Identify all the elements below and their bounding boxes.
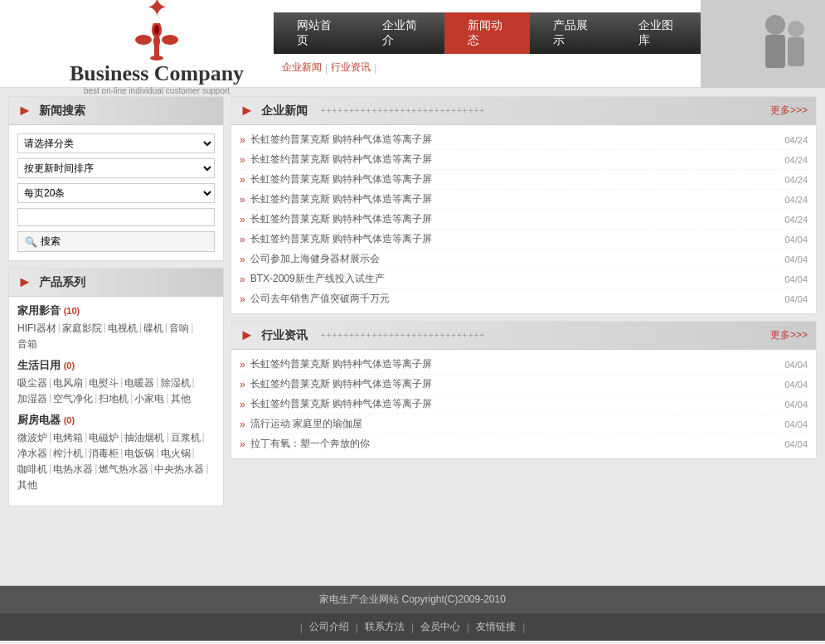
footer-link-members[interactable]: 会员中心: [420, 620, 460, 634]
logo-icon: ✦: [40, 0, 274, 65]
news-link[interactable]: BTX-2009新生产线投入试生产: [250, 272, 777, 286]
link-vacuum[interactable]: 吸尘器: [17, 376, 47, 390]
link-dehumidifier[interactable]: 除湿机: [161, 376, 191, 390]
link-coffee[interactable]: 咖啡机: [17, 462, 47, 477]
news-link[interactable]: 长虹签约普莱克斯 购特种气体造等离子屏: [250, 212, 777, 226]
news-link[interactable]: 长虹签约普莱克斯 购特种气体造等离子屏: [250, 192, 777, 206]
link-fan[interactable]: 电风扇: [53, 376, 83, 390]
news-date: 04/04: [784, 360, 808, 370]
svg-point-4: [153, 35, 160, 48]
company-news-title: 企业新闻: [261, 104, 308, 119]
link-oven[interactable]: 电烤箱: [53, 431, 83, 445]
link-home-theater[interactable]: 家庭影院: [62, 322, 102, 336]
category-select[interactable]: 请选择分类: [17, 133, 215, 153]
footer-top: 家电生产企业网站 Copyright(C)2009-2010: [0, 586, 825, 613]
link-speaker[interactable]: 音箱: [17, 337, 37, 351]
link-other-daily[interactable]: 其他: [171, 392, 191, 406]
link-iron[interactable]: 电熨斗: [89, 376, 119, 390]
link-small-appliance[interactable]: 小家电: [134, 392, 164, 406]
fleur-icon: ✦: [40, 0, 274, 23]
news-link[interactable]: 长虹签约普莱克斯 购特种气体造等离子屏: [250, 357, 777, 371]
link-disc[interactable]: 碟机: [143, 322, 163, 336]
product-content: 家用影音 (10) HIFI器材 | 家庭影院 | 电视机 | 碟机 | 音响 …: [9, 297, 223, 506]
news-date: 04/04: [784, 439, 808, 449]
link-sterilizer[interactable]: 消毒柜: [89, 447, 119, 461]
nav-home[interactable]: 网站首页: [274, 12, 359, 54]
link-tv[interactable]: 电视机: [108, 322, 138, 336]
breadcrumb-company-news[interactable]: 企业新闻: [282, 61, 322, 75]
company-news-more[interactable]: 更多>>>: [770, 104, 808, 118]
perpage-select[interactable]: 每页20条: [17, 183, 215, 203]
news-link[interactable]: 公司参加上海健身器材展示会: [250, 252, 777, 266]
news-link[interactable]: 长虹签约普莱克斯 购特种气体造等离子屏: [250, 153, 777, 167]
industry-news-list: » 长虹签约普莱克斯 购特种气体造等离子屏 04/04 » 长虹签约普莱克斯 购…: [231, 350, 816, 458]
table-row: » 长虹签约普莱克斯 购特种气体造等离子屏 04/04: [240, 375, 808, 395]
footer-link-friends[interactable]: 友情链接: [476, 620, 516, 634]
link-sweeper[interactable]: 扫地机: [99, 392, 129, 406]
link-water-heater-electric[interactable]: 电热水器: [53, 462, 93, 477]
link-soymilk[interactable]: 豆浆机: [171, 431, 201, 445]
link-humidifier[interactable]: 加湿器: [17, 392, 47, 406]
link-purifier[interactable]: 空气净化: [53, 392, 93, 406]
nav-gallery[interactable]: 企业图库: [615, 12, 701, 54]
header: ✦ Business Company best on-line individu…: [0, 0, 825, 88]
news-bullet: »: [240, 214, 245, 225]
link-water-purifier[interactable]: 净水器: [17, 447, 47, 461]
news-link[interactable]: 长虹签约普莱克斯 购特种气体造等离子屏: [250, 172, 777, 186]
industry-news-more[interactable]: 更多>>>: [770, 328, 808, 342]
news-link[interactable]: 流行运动 家庭里的瑜伽屋: [250, 417, 777, 431]
table-row: » 流行运动 家庭里的瑜伽屋 04/04: [240, 414, 808, 434]
table-row: » 长虹签约普莱克斯 购特种气体造等离子屏 04/04: [240, 355, 808, 375]
table-row: » 拉丁有氧：塑一个奔放的你 04/04: [240, 434, 808, 453]
news-date: 04/04: [784, 235, 808, 245]
news-link[interactable]: 长虹签约普莱克斯 购特种气体造等离子屏: [250, 232, 777, 246]
link-gas-heater[interactable]: 燃气热水器: [99, 462, 148, 477]
table-row: » BTX-2009新生产线投入试生产 04/04: [240, 269, 808, 289]
magnifier-icon: 🔍: [25, 236, 37, 248]
link-audio[interactable]: 音响: [169, 322, 189, 336]
nav-products[interactable]: 产品展示: [530, 12, 615, 54]
category-home-audio: 家用影音 (10) HIFI器材 | 家庭影院 | 电视机 | 碟机 | 音响 …: [17, 303, 215, 351]
company-news-dots: +++++++++++++++++++++++++++++: [321, 106, 757, 115]
news-link[interactable]: 长虹签约普莱克斯 购特种气体造等离子屏: [250, 397, 777, 411]
product-series-title: ► 产品系列: [9, 269, 223, 297]
news-bullet: »: [240, 399, 245, 410]
news-date: 04/24: [784, 135, 808, 145]
link-hifi[interactable]: HIFI器材: [17, 322, 56, 336]
sort-select[interactable]: 按更新时间排序: [17, 158, 215, 178]
breadcrumb-industry-news[interactable]: 行业资讯: [331, 61, 371, 75]
nav-news[interactable]: 新闻动态: [444, 12, 530, 54]
search-input[interactable]: [17, 208, 215, 226]
link-induction[interactable]: 电磁炉: [89, 431, 119, 445]
nav-about[interactable]: 企业简介: [359, 12, 444, 54]
link-rice-cooker[interactable]: 电饭锅: [124, 447, 154, 461]
news-bullet: »: [240, 234, 245, 245]
news-bullet: »: [240, 154, 245, 166]
news-date: 04/04: [784, 419, 808, 429]
link-juicer[interactable]: 榨汁机: [53, 447, 83, 461]
search-button[interactable]: 🔍 搜索: [17, 231, 215, 252]
table-row: » 长虹签约普莱克斯 购特种气体造等离子屏 04/24: [240, 210, 808, 230]
content: ► 企业新闻 +++++++++++++++++++++++++++++ 更多>…: [231, 96, 817, 577]
cat-name-2: 厨房电器: [17, 414, 61, 426]
link-other-kitchen[interactable]: 其他: [17, 478, 37, 492]
news-link[interactable]: 长虹签约普莱克斯 购特种气体造等离子屏: [250, 133, 777, 147]
cat-name-1: 生活日用: [17, 359, 61, 371]
link-heater[interactable]: 电暖器: [124, 376, 154, 390]
table-row: » 长虹签约普莱克斯 购特种气体造等离子屏 04/24: [240, 170, 808, 190]
nav-bar: 网站首页 企业简介 新闻动态 产品展示 企业图库: [274, 12, 701, 54]
footer-link-about[interactable]: 公司介绍: [309, 620, 349, 634]
news-link[interactable]: 拉丁有氧：塑一个奔放的你: [250, 437, 777, 451]
news-search-section: ► 新闻搜索 请选择分类 按更新时间排序 每页20条 🔍 搜索: [8, 96, 224, 261]
news-link[interactable]: 长虹签约普莱克斯 购特种气体造等离子屏: [250, 377, 777, 391]
main-content: ► 新闻搜索 请选择分类 按更新时间排序 每页20条 🔍 搜索: [0, 88, 825, 585]
footer-link-contact[interactable]: 联系方法: [365, 620, 405, 634]
news-link[interactable]: 公司去年销售产值突破两千万元: [250, 292, 777, 306]
svg-point-10: [788, 21, 804, 37]
link-hot-pot[interactable]: 电火锅: [161, 447, 191, 461]
search-title-label: 新闻搜索: [39, 104, 85, 119]
cat-0-links: HIFI器材 | 家庭影院 | 电视机 | 碟机 | 音响 | 音箱: [17, 322, 215, 351]
link-microwave[interactable]: 微波炉: [17, 431, 47, 445]
link-range-hood[interactable]: 抽油烟机: [124, 431, 164, 445]
link-central-heater[interactable]: 中央热水器: [154, 462, 204, 477]
